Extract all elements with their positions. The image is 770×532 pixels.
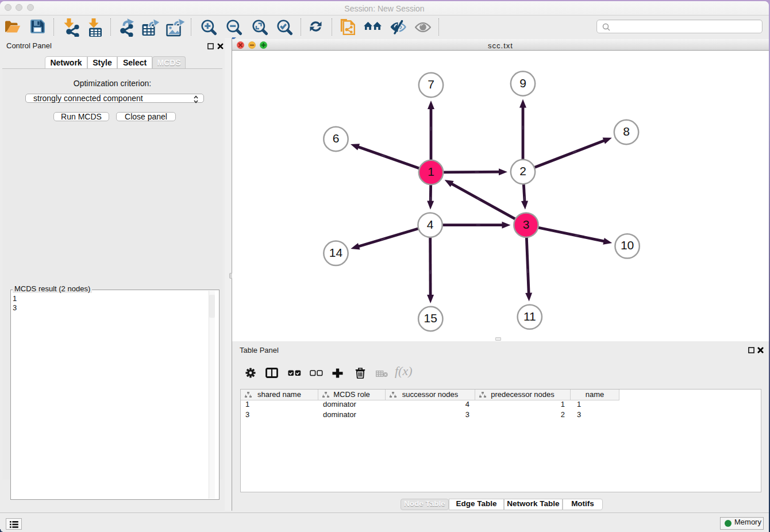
svg-text:11: 11 [523, 310, 536, 323]
svg-text:6: 6 [333, 132, 340, 145]
svg-text:1: 1 [428, 165, 434, 178]
svg-text:15: 15 [424, 311, 437, 325]
svg-text:10: 10 [621, 238, 634, 252]
svg-text:4: 4 [427, 218, 434, 231]
svg-text:3: 3 [523, 218, 530, 231]
svg-text:14: 14 [329, 246, 343, 259]
svg-text:2: 2 [519, 164, 526, 178]
svg-text:9: 9 [519, 76, 526, 90]
svg-text:7: 7 [428, 78, 434, 91]
svg-text:8: 8 [623, 125, 630, 138]
